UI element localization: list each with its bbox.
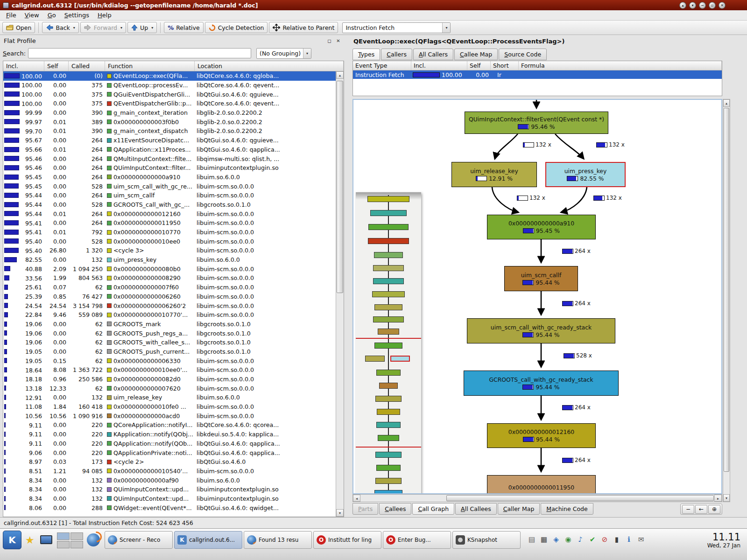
event-col-formula[interactable]: Formula [519, 61, 722, 70]
table-row[interactable]: 95.660.01264QApplication::x11Proces...li… [3, 145, 336, 154]
table-row[interactable]: 95.460.00264QMultiInputContext::filte...… [3, 154, 336, 163]
scroll-up-icon[interactable]: ▴ [336, 71, 344, 79]
table-row[interactable]: 19.050.0062GCROOTS_push_current...libgcr… [3, 347, 336, 357]
table-row[interactable]: 9.110.00220KApplication::notify(QObj...l… [3, 430, 336, 439]
column-header-self[interactable]: Self [44, 61, 69, 71]
desktop-pager[interactable] [57, 532, 83, 548]
table-row[interactable]: 8.340.001320x000000000000af90libuim.so.6… [3, 476, 336, 485]
scroll-right-icon[interactable]: ▸ [714, 495, 722, 502]
table-row[interactable]: 8.060.00288QWidget::event(QEvent*...libQ… [3, 503, 336, 512]
table-row[interactable]: 24.5424.543 154 7980x0000000000006260'2l… [3, 301, 336, 310]
tab-parts[interactable]: Parts [352, 503, 378, 515]
menu-go[interactable]: Go [43, 10, 60, 20]
tab-callees[interactable]: Callees [379, 503, 411, 515]
forward-dropdown-icon[interactable]: ▾ [120, 26, 122, 30]
tab-caller-map[interactable]: Caller Map [498, 503, 540, 515]
table-row[interactable]: 8.340.00132QUimInputContext::upd...libui… [3, 494, 336, 504]
window-titlebar[interactable]: callgrind.out.6312 [/usr/bin/kdialog --g… [0, 0, 747, 10]
table-row[interactable]: 95.440.012640x0000000000012160libuim-scm… [3, 209, 336, 218]
table-row[interactable]: 9.110.00220QApplication::notify(QOb...li… [3, 439, 336, 448]
taskbar-button-screenr-reco[interactable]: Screenr - Reco [105, 531, 173, 549]
close-dock-button[interactable]: ✕ [335, 37, 342, 44]
minimize-button[interactable]: − [699, 2, 706, 9]
event-col-short[interactable]: Short [491, 61, 519, 70]
menu-settings[interactable]: Settings [60, 10, 93, 20]
table-row[interactable]: 82.550.00132uim_press_keylibuim.so.6.0.0 [3, 255, 336, 265]
zoom-out-button[interactable]: − [682, 505, 694, 514]
menu-view[interactable]: View [21, 10, 43, 20]
back-button[interactable]: Back ▾ [42, 22, 78, 33]
tab-all-callers[interactable]: All Callers [413, 49, 453, 60]
scroll-down-icon[interactable]: ▾ [723, 494, 730, 502]
taskbar-button-institutt-for-ling[interactable]: OInstitutt for ling [313, 531, 381, 549]
relative-toggle-button[interactable]: % Relative [164, 22, 203, 33]
table-row[interactable]: 8.970.03173<cycle 2>libQtGui.so.4.6.0 [3, 457, 336, 467]
table-row[interactable]: 95.400.005280x0000000000010ee0libuim-scm… [3, 237, 336, 246]
bookmark-star-icon[interactable]: ★ [25, 534, 35, 546]
table-row[interactable]: 33.561.99804 5630x0000000000008290libuim… [3, 273, 336, 283]
table-row[interactable]: 40.882.091 094 2500x00000000000080b0libu… [3, 264, 336, 273]
menu-help[interactable]: Help [93, 10, 116, 20]
table-row[interactable]: 12.910.00132uim_release_keylibuim.so.6.0… [3, 393, 336, 402]
battery-tray-icon[interactable]: ▮ [612, 534, 622, 545]
table-row[interactable]: 95.450.00528uim_scm_call_with_gc_re...li… [3, 182, 336, 191]
zoom-select-button[interactable]: ⊕ [708, 505, 720, 514]
tab-machine-code[interactable]: Machine Code [541, 503, 593, 515]
network-tray-icon[interactable]: ◈ [551, 534, 561, 545]
scroll-left-icon[interactable]: ◂ [353, 495, 360, 502]
graph-hscrollbar[interactable]: ◂ ▸ [352, 494, 722, 502]
table-row[interactable]: 95.410.017920x0000000000010770libuim-scm… [3, 228, 336, 237]
close-button[interactable]: ✕ [719, 2, 726, 9]
volume-tray-icon[interactable]: ♪ [575, 534, 585, 545]
device-notifier-tray-icon[interactable]: ◉ [563, 534, 573, 545]
table-row[interactable]: 95.450.002640x000000000000a910libuim.so.… [3, 173, 336, 182]
tab-callers[interactable]: Callers [381, 49, 412, 60]
table-row[interactable]: 11.081.84160 4180x0000000000010fe0 ...li… [3, 402, 336, 412]
graph-node-0x000000000000a910[interactable]: 0x000000000000a91095.45 % [487, 215, 596, 239]
info-tray-icon[interactable]: ℹ [624, 534, 634, 545]
event-col-incl[interactable]: Incl. [411, 61, 467, 70]
event-col-event-type[interactable]: Event Type [353, 61, 411, 70]
clipboard-tray-icon[interactable]: ▤ [527, 534, 537, 545]
table-row[interactable]: 25.610.07620x0000000000007f60libuim-scm.… [3, 283, 336, 292]
taskbar-button-found-13-resu[interactable]: Found 13 resu [244, 531, 312, 549]
table-row[interactable]: 95.410.002640x0000000000011950libuim-scm… [3, 218, 336, 228]
event-type-row[interactable]: Instruction Fetch 100.00 0.00 Ir [353, 70, 722, 79]
maximize-button[interactable]: ▫ [709, 2, 716, 9]
table-row[interactable]: 95.440.00528GCROOTS_call_with_gc_...libg… [3, 200, 336, 210]
keep-above-button[interactable]: ▴ [679, 2, 686, 9]
table-row[interactable]: 95.670.00264x11EventSourceDispatc...libQ… [3, 136, 336, 145]
graph-node-uim-scm-call-with-gc-ready-stack[interactable]: uim_scm_call_with_gc_ready_stack95.44 % [467, 318, 615, 343]
float-dock-button[interactable]: ◻ [326, 37, 333, 44]
table-row[interactable]: 100.000.00375QEventLoop::processEv...lib… [3, 81, 336, 90]
pager-desktop-4[interactable] [70, 541, 83, 548]
scrollbar-thumb[interactable] [446, 495, 714, 501]
tab-types[interactable]: Types [352, 49, 380, 60]
table-row[interactable]: 18.180.96250 5860x00000000000082d0libuim… [3, 375, 336, 384]
column-header-called[interactable]: Called [69, 61, 105, 71]
back-dropdown-icon[interactable]: ▾ [73, 26, 75, 30]
up-dropdown-icon[interactable]: ▾ [151, 26, 153, 30]
up-button[interactable]: Up ▾ [127, 22, 157, 33]
table-row[interactable]: 99.970.013890x000000000003f0b0libglib-2.… [3, 117, 336, 126]
flat-profile-scrollbar[interactable]: ▴ ▾ [336, 71, 344, 517]
table-row[interactable]: 100.000.00375QGuiEventDispatcherGli...li… [3, 90, 336, 99]
pager-desktop-3[interactable] [57, 541, 70, 548]
event-col-self[interactable]: Self [467, 61, 491, 70]
taskbar-clock[interactable]: 11.11 Wed, 27 Jan [707, 532, 740, 549]
graph-node-uim-release-key[interactable]: uim_release_key12.91 % [451, 162, 537, 187]
stop-tray-icon[interactable]: ⊘ [599, 534, 610, 545]
menu-file[interactable]: File [2, 10, 21, 20]
shade-button[interactable]: ▾ [689, 2, 696, 9]
graph-node-0x0000000000012160[interactable]: 0x000000000001216095.44 % [487, 423, 596, 448]
pan-left-button[interactable]: ← [695, 505, 707, 514]
table-row[interactable]: 19.060.0062GCROOTS_push_regs_a...libgcro… [3, 329, 336, 338]
graph-node-gcroots-call-with-gc-ready-stack[interactable]: GCROOTS_call_with_gc_ready_stack95.44 % [464, 371, 619, 396]
graph-node-quiminputcontext-filterevent-qevent-cons[interactable]: QUimInputContext::filterEvent(QEvent con… [465, 112, 608, 134]
scrollbar-thumb[interactable] [724, 108, 729, 472]
table-row[interactable]: 9.110.00220QCoreApplication::notifyI...l… [3, 420, 336, 430]
taskbar-button-enter-bug[interactable]: OEnter Bug... [383, 531, 451, 549]
keyboard-tray-icon[interactable]: ▦ [539, 534, 549, 545]
graph-node-uim-press-key[interactable]: uim_press_key82.55 % [545, 162, 626, 187]
table-row[interactable]: 19.050.15620x0000000000006330libuim-scm.… [3, 356, 336, 365]
